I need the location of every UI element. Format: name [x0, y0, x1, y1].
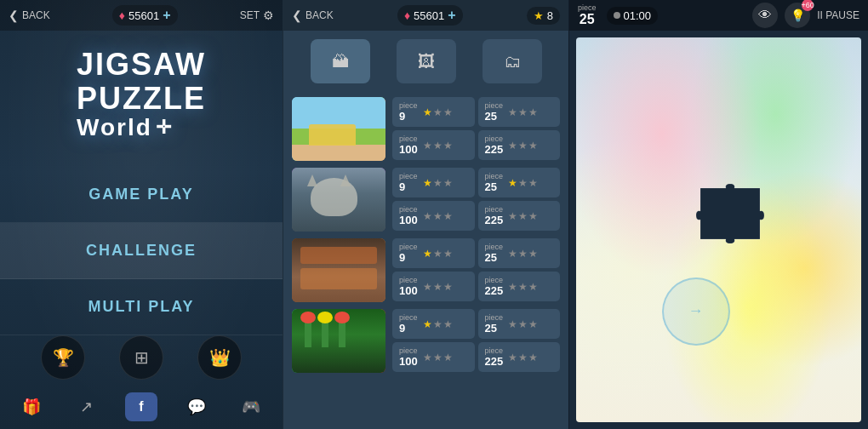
facebook-button[interactable]: f [125, 392, 157, 421]
piece-box[interactable]: piece 25 ★ ★ ★ [478, 238, 561, 268]
piece-box[interactable]: piece 100 ★ ★ ★ [392, 342, 475, 372]
piece-box[interactable]: piece 100 ★ ★ ★ [392, 201, 475, 231]
piece-box[interactable]: piece 9 ★ ★ ★ [392, 238, 475, 268]
eye-button[interactable]: 👁 [752, 3, 778, 28]
piece-box[interactable]: piece 25 ★ ★ ★ [478, 309, 561, 339]
piece-box[interactable]: piece 225 ★ ★ ★ [478, 342, 561, 372]
piece-box[interactable]: piece 9 ★ ★ ★ [392, 309, 475, 339]
stars: ★ ★ ★ [423, 210, 453, 222]
hint-button[interactable]: 💡 +60 [785, 3, 810, 28]
puzzle-thumb-cat [292, 168, 385, 232]
star-icon: ★ [534, 9, 544, 22]
stars: ★ ★ ★ [508, 318, 538, 330]
puzzle-tabs: 🏔 🖼 🗂 [283, 31, 568, 92]
puzzle-list: piece 9 ★ ★ ★ piece 25 [283, 92, 568, 429]
drag-circle: → [662, 277, 730, 346]
grid-icon: ⊞ [134, 347, 149, 368]
stars: ★ ★ ★ [423, 318, 453, 330]
grid-button[interactable]: ⊞ [119, 335, 163, 380]
piece-row-bottom: piece 100 ★ ★ ★ piece 225 [392, 201, 560, 231]
list-item[interactable]: piece 9 ★ ★ ★ piece 25 [292, 168, 560, 232]
tab-landscape[interactable]: 🏔 [311, 39, 370, 83]
pause-button[interactable]: II PAUSE [817, 9, 859, 21]
puzzle-details: piece 9 ★ ★ ★ piece 25 [392, 168, 560, 232]
puzzle-details: piece 9 ★ ★ ★ piece 25 [392, 97, 560, 161]
drag-arrow-icon: → [688, 302, 704, 320]
stars-count-value: 8 [547, 9, 553, 22]
piece-row-bottom: piece 100 ★ ★ ★ piece 225 [392, 342, 560, 372]
game-canvas: → [569, 31, 868, 429]
piece-box[interactable]: piece 9 ★ ★ ★ [392, 168, 475, 197]
missing-piece [696, 184, 764, 243]
menu-top-bar: ❮ BACK ♦ 55601 + SET ⚙ [0, 0, 283, 31]
timer-dot [614, 12, 620, 19]
menu-item-multiplay[interactable]: MULTI PLAY [0, 279, 283, 335]
gem-icon: ♦ [404, 9, 410, 22]
puzzle-thumb-food [292, 238, 385, 302]
puzzle-piece-svg [696, 184, 764, 243]
menu-back-button[interactable]: ❮ BACK [9, 9, 50, 22]
gamepad-button[interactable]: 🎮 [236, 392, 266, 422]
tab-portrait[interactable]: 🖼 [397, 39, 456, 83]
stars: ★ ★ ★ [423, 352, 453, 363]
add-gems-button[interactable]: + [163, 8, 170, 23]
stars-score: ★ 8 [527, 7, 560, 25]
piece-row-top: piece 9 ★ ★ ★ piece 25 [392, 238, 560, 268]
select-gem-score: ♦ 55601 + [397, 5, 463, 26]
list-item[interactable]: piece 9 ★ ★ ★ piece 25 [292, 97, 560, 161]
piece-box[interactable]: piece 225 ★ ★ ★ [478, 272, 561, 301]
piece-box[interactable]: piece 9 ★ ★ ★ [392, 97, 475, 127]
logo-line1: JIGSAW [77, 48, 206, 82]
timer-display: 01:00 [607, 7, 659, 25]
trophy-button[interactable]: 🏆 [41, 335, 85, 380]
share-button[interactable]: ↗ [71, 392, 101, 422]
piece-row-bottom: piece 100 ★ ★ ★ piece 225 [392, 130, 560, 160]
tab-mixed[interactable]: 🗂 [483, 39, 542, 83]
gear-icon: ⚙ [263, 9, 274, 22]
menu-item-gameplay[interactable]: GAME PLAY [0, 167, 283, 223]
stars: ★ ★ ★ [423, 140, 453, 152]
tab-portrait-icon: 🖼 [418, 52, 435, 72]
gift-icon: 🎁 [22, 398, 41, 416]
settings-button[interactable]: SET ⚙ [240, 9, 274, 22]
piece-box[interactable]: piece 25 ★ ★ ★ [478, 168, 561, 197]
facebook-icon: f [139, 399, 143, 415]
chat-button[interactable]: 💬 [181, 392, 212, 422]
panel-game: piece 25 01:00 👁 💡 +60 II PAUSE → [568, 0, 868, 429]
piece-box[interactable]: piece 25 ★ ★ ★ [478, 97, 561, 127]
logo-line2: PUZZLE [77, 82, 206, 116]
menu-gem-score: ♦ 55601 + [112, 5, 178, 26]
puzzle-details: piece 9 ★ ★ ★ piece 25 [392, 238, 560, 302]
select-back-button[interactable]: ❮ BACK [292, 9, 334, 22]
stars: ★ ★ ★ [423, 281, 453, 293]
panel-menu: ❮ BACK ♦ 55601 + SET ⚙ JIGSAW PUZZLE Wor… [0, 0, 283, 429]
crown-button[interactable]: 👑 [197, 335, 242, 380]
list-item[interactable]: piece 9 ★ ★ ★ piece 25 [292, 238, 560, 302]
stars: ★ ★ ★ [423, 177, 453, 189]
puzzle-details: piece 9 ★ ★ ★ piece 25 [392, 309, 560, 373]
bottom-icons-row1: 🏆 ⊞ 👑 [41, 335, 242, 380]
panel-select: ❮ BACK ♦ 55601 + ★ 8 🏔 🖼 🗂 [283, 0, 568, 429]
menu-items: GAME PLAY CHALLENGE MULTI PLAY [0, 167, 283, 335]
trophy-icon: 🏆 [53, 347, 74, 368]
select-score-value: 55601 [414, 9, 444, 22]
gift-button[interactable]: 🎁 [16, 392, 47, 422]
menu-item-challenge[interactable]: CHALLENGE [0, 223, 283, 279]
piece-label: piece [578, 3, 597, 12]
share-icon: ↗ [80, 398, 93, 416]
piece-box[interactable]: piece 100 ★ ★ ★ [392, 272, 475, 301]
crown-icon: 👑 [209, 347, 231, 368]
piece-row-top: piece 9 ★ ★ ★ piece 25 [392, 309, 560, 339]
puzzle-image: → [576, 37, 861, 422]
list-item[interactable]: piece 9 ★ ★ ★ piece 25 [292, 309, 560, 373]
gamepad-icon: 🎮 [242, 398, 260, 416]
add-gems-button[interactable]: + [448, 8, 455, 23]
chevron-left-icon: ❮ [292, 9, 302, 22]
piece-count: 25 [580, 12, 595, 27]
piece-box[interactable]: piece 225 ★ ★ ★ [478, 201, 561, 231]
stars: ★ ★ ★ [423, 106, 453, 118]
game-top-bar: piece 25 01:00 👁 💡 +60 II PAUSE [569, 0, 868, 31]
pause-label: II PAUSE [817, 9, 859, 21]
piece-box[interactable]: piece 225 ★ ★ ★ [478, 130, 561, 160]
piece-box[interactable]: piece 100 ★ ★ ★ [392, 130, 475, 160]
